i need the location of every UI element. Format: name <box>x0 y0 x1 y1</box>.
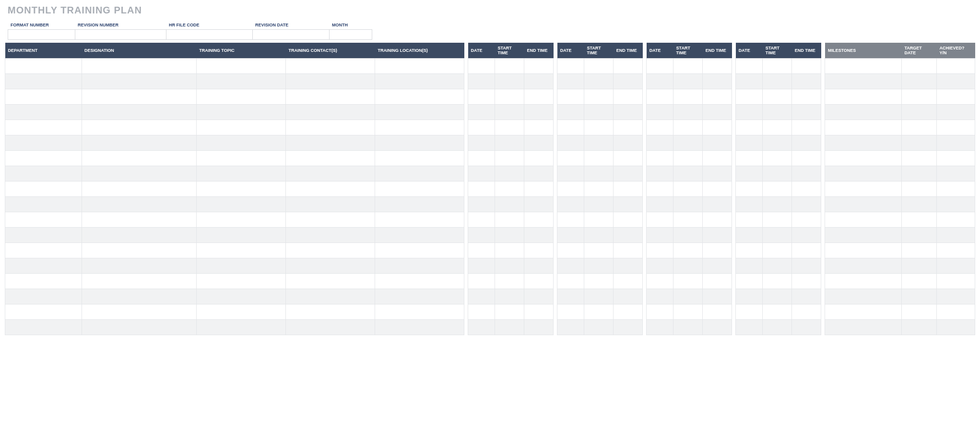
cell-week2-end[interactable] <box>614 120 643 135</box>
cell-week4-end[interactable] <box>792 74 821 89</box>
cell-week2-start[interactable] <box>584 135 614 151</box>
cell-milestones[interactable] <box>825 120 902 135</box>
cell-week3-end[interactable] <box>703 135 732 151</box>
cell-week1-date[interactable] <box>468 212 495 228</box>
cell-week3-start[interactable] <box>673 59 703 74</box>
cell-training-topic[interactable] <box>196 212 285 228</box>
cell-training-locations[interactable] <box>375 166 464 182</box>
cell-department[interactable] <box>5 182 82 197</box>
cell-week2-date[interactable] <box>557 243 584 258</box>
cell-week3-date[interactable] <box>647 105 673 120</box>
cell-week4-date[interactable] <box>736 243 763 258</box>
cell-week2-end[interactable] <box>614 135 643 151</box>
cell-week4-start[interactable] <box>763 243 792 258</box>
cell-week2-start[interactable] <box>584 212 614 228</box>
cell-milestones[interactable] <box>825 59 902 74</box>
cell-training-contacts[interactable] <box>285 182 375 197</box>
cell-week4-end[interactable] <box>792 320 821 335</box>
cell-department[interactable] <box>5 89 82 105</box>
cell-achieved[interactable] <box>937 212 975 228</box>
cell-achieved[interactable] <box>937 120 975 135</box>
cell-week1-date[interactable] <box>468 289 495 304</box>
cell-milestones[interactable] <box>825 274 902 289</box>
cell-training-contacts[interactable] <box>285 212 375 228</box>
cell-week2-date[interactable] <box>557 166 584 182</box>
cell-designation[interactable] <box>82 89 196 105</box>
cell-week3-date[interactable] <box>647 74 673 89</box>
cell-week4-start[interactable] <box>763 258 792 274</box>
cell-week4-date[interactable] <box>736 89 763 105</box>
cell-week4-end[interactable] <box>792 243 821 258</box>
cell-week4-start[interactable] <box>763 59 792 74</box>
cell-week1-end[interactable] <box>524 228 554 243</box>
cell-department[interactable] <box>5 212 82 228</box>
cell-training-locations[interactable] <box>375 105 464 120</box>
cell-achieved[interactable] <box>937 258 975 274</box>
cell-week1-date[interactable] <box>468 197 495 212</box>
cell-week4-end[interactable] <box>792 197 821 212</box>
cell-training-topic[interactable] <box>196 258 285 274</box>
cell-week1-date[interactable] <box>468 166 495 182</box>
cell-achieved[interactable] <box>937 59 975 74</box>
cell-target-date[interactable] <box>901 320 936 335</box>
cell-designation[interactable] <box>82 105 196 120</box>
cell-week1-end[interactable] <box>524 151 554 166</box>
cell-week4-end[interactable] <box>792 166 821 182</box>
cell-week2-date[interactable] <box>557 151 584 166</box>
cell-week1-end[interactable] <box>524 197 554 212</box>
cell-week4-end[interactable] <box>792 120 821 135</box>
cell-week4-start[interactable] <box>763 212 792 228</box>
cell-week4-date[interactable] <box>736 212 763 228</box>
cell-week2-end[interactable] <box>614 59 643 74</box>
cell-training-locations[interactable] <box>375 135 464 151</box>
cell-week3-end[interactable] <box>703 59 732 74</box>
cell-training-locations[interactable] <box>375 59 464 74</box>
cell-week2-start[interactable] <box>584 120 614 135</box>
cell-training-contacts[interactable] <box>285 274 375 289</box>
cell-week1-end[interactable] <box>524 258 554 274</box>
cell-week3-date[interactable] <box>647 182 673 197</box>
cell-week4-start[interactable] <box>763 151 792 166</box>
cell-training-contacts[interactable] <box>285 105 375 120</box>
cell-target-date[interactable] <box>901 120 936 135</box>
cell-achieved[interactable] <box>937 166 975 182</box>
cell-designation[interactable] <box>82 258 196 274</box>
cell-week4-date[interactable] <box>736 228 763 243</box>
cell-target-date[interactable] <box>901 59 936 74</box>
cell-week2-start[interactable] <box>584 59 614 74</box>
cell-week1-date[interactable] <box>468 182 495 197</box>
cell-week3-start[interactable] <box>673 166 703 182</box>
cell-week3-date[interactable] <box>647 320 673 335</box>
cell-designation[interactable] <box>82 228 196 243</box>
cell-department[interactable] <box>5 304 82 320</box>
cell-training-locations[interactable] <box>375 243 464 258</box>
cell-department[interactable] <box>5 59 82 74</box>
cell-week4-end[interactable] <box>792 182 821 197</box>
cell-week1-start[interactable] <box>495 320 524 335</box>
cell-week3-end[interactable] <box>703 243 732 258</box>
cell-week1-date[interactable] <box>468 151 495 166</box>
cell-week2-end[interactable] <box>614 320 643 335</box>
cell-training-locations[interactable] <box>375 120 464 135</box>
cell-training-topic[interactable] <box>196 243 285 258</box>
cell-week3-start[interactable] <box>673 197 703 212</box>
cell-designation[interactable] <box>82 304 196 320</box>
cell-designation[interactable] <box>82 151 196 166</box>
cell-target-date[interactable] <box>901 197 936 212</box>
cell-training-topic[interactable] <box>196 166 285 182</box>
cell-week2-date[interactable] <box>557 212 584 228</box>
cell-week2-end[interactable] <box>614 197 643 212</box>
cell-target-date[interactable] <box>901 135 936 151</box>
cell-training-contacts[interactable] <box>285 59 375 74</box>
cell-week2-end[interactable] <box>614 304 643 320</box>
cell-milestones[interactable] <box>825 166 902 182</box>
cell-week4-end[interactable] <box>792 274 821 289</box>
cell-week3-date[interactable] <box>647 89 673 105</box>
cell-achieved[interactable] <box>937 304 975 320</box>
cell-training-topic[interactable] <box>196 289 285 304</box>
cell-week4-start[interactable] <box>763 74 792 89</box>
cell-week4-end[interactable] <box>792 105 821 120</box>
cell-week4-date[interactable] <box>736 151 763 166</box>
cell-training-locations[interactable] <box>375 89 464 105</box>
cell-designation[interactable] <box>82 289 196 304</box>
